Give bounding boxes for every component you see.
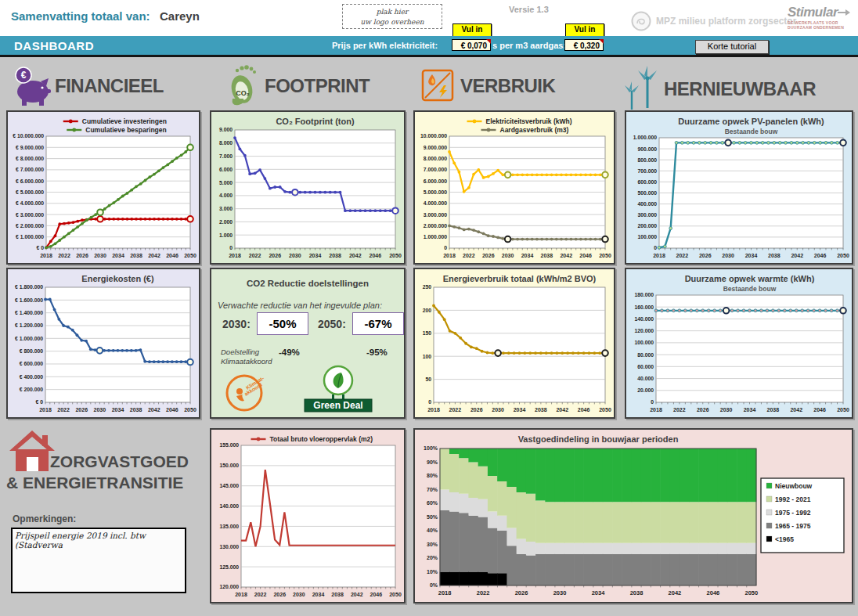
svg-text:600.000: 600.000 bbox=[637, 179, 657, 185]
chart-canvas: CO₂ Footprint (ton)01.0002.0003.0004.000… bbox=[213, 113, 402, 261]
svg-text:2050: 2050 bbox=[599, 407, 611, 412]
svg-text:2042: 2042 bbox=[791, 253, 803, 258]
svg-text:2018: 2018 bbox=[235, 592, 247, 597]
svg-text:€ 10.000.000: € 10.000.000 bbox=[13, 133, 44, 139]
price-elec-input[interactable]: € 0,070 bbox=[452, 39, 491, 51]
svg-text:€ 800.000: € 800.000 bbox=[20, 348, 43, 354]
svg-text:10%: 10% bbox=[427, 569, 438, 575]
svg-text:0: 0 bbox=[654, 245, 657, 250]
svg-text:2022: 2022 bbox=[676, 253, 689, 258]
house-icon bbox=[9, 429, 55, 473]
svg-text:100%: 100% bbox=[424, 445, 438, 451]
svg-text:0: 0 bbox=[229, 245, 233, 250]
svg-text:2034: 2034 bbox=[592, 589, 606, 596]
svg-text:Cumulatieve besparingen: Cumulatieve besparingen bbox=[85, 126, 166, 134]
svg-text:€ 200.000: € 200.000 bbox=[20, 387, 43, 392]
svg-text:2026: 2026 bbox=[482, 253, 495, 258]
svg-text:Bestaande bouw: Bestaande bouw bbox=[723, 285, 777, 293]
chart-fin-cumulative: Cumulatieve investeringenCumulatieve bes… bbox=[9, 113, 197, 261]
svg-text:2042: 2042 bbox=[351, 592, 363, 597]
panel-energieverbruik-m2: Energieverbruik totaal (kWh/m2 BVO)05010… bbox=[413, 268, 615, 419]
svg-text:2030: 2030 bbox=[94, 253, 106, 258]
stimular-logo-text: Stimular bbox=[788, 5, 838, 20]
svg-text:180.000: 180.000 bbox=[634, 292, 654, 297]
logo-placeholder-line2: uw logo overheen bbox=[343, 17, 442, 27]
svg-text:2046: 2046 bbox=[166, 253, 178, 258]
svg-text:5.000: 5.000 bbox=[219, 180, 233, 186]
svg-text:2038: 2038 bbox=[630, 589, 644, 596]
svg-text:40%: 40% bbox=[427, 528, 438, 533]
svg-text:2018: 2018 bbox=[427, 407, 440, 412]
stimular-arrow-icon bbox=[838, 9, 850, 16]
zorgvastgoed-title-line2: & ENERGIETRANSITIE bbox=[6, 474, 183, 492]
svg-text:2050: 2050 bbox=[389, 592, 402, 597]
svg-text:2026: 2026 bbox=[515, 589, 528, 596]
chart-energieverbruik-m2: Energieverbruik totaal (kWh/m2 BVO)05010… bbox=[416, 271, 612, 416]
svg-text:€: € bbox=[21, 70, 27, 81]
vul-in-button-gas[interactable]: Vul in bbox=[565, 23, 604, 37]
svg-text:2042: 2042 bbox=[148, 407, 160, 412]
svg-text:1.000.000: 1.000.000 bbox=[633, 135, 657, 140]
svg-text:40.000: 40.000 bbox=[637, 376, 654, 381]
svg-text:2022: 2022 bbox=[58, 253, 70, 258]
svg-text:2026: 2026 bbox=[269, 253, 281, 258]
svg-text:Aardgasverbruik (m3): Aardgasverbruik (m3) bbox=[500, 126, 569, 134]
svg-text:2050: 2050 bbox=[184, 253, 196, 258]
svg-text:6.000: 6.000 bbox=[219, 167, 233, 172]
svg-text:€ 9.000.000: € 9.000.000 bbox=[16, 145, 44, 150]
svg-text:2050: 2050 bbox=[599, 253, 611, 258]
chart-bvo: Totaal bruto vloeroppervlak (m2)120.0001… bbox=[213, 431, 402, 600]
svg-text:1.000.000: 1.000.000 bbox=[424, 234, 447, 240]
vul-in-button-elec[interactable]: Vul in bbox=[452, 23, 492, 37]
summary-label: Samenvatting totaal van: bbox=[11, 9, 150, 23]
price-gas-input[interactable]: € 0,320 bbox=[564, 39, 604, 51]
svg-text:130.000: 130.000 bbox=[219, 544, 239, 549]
green-deal-logo-icon: Green Deal bbox=[299, 363, 377, 415]
svg-text:2022: 2022 bbox=[57, 407, 70, 412]
chart-vastgoed: Vastgoedindeling in bouwjaar perioden0%1… bbox=[416, 431, 850, 600]
price-gas-label: s per m3 aardgas: bbox=[492, 41, 566, 50]
svg-text:80.000: 80.000 bbox=[637, 352, 654, 358]
chart-verbruik: Elektriciteitsverbruik (kWh)Aardgasverbr… bbox=[416, 113, 612, 261]
svg-text:Vastgoedindeling in bouwjaar p: Vastgoedindeling in bouwjaar perioden bbox=[518, 434, 679, 444]
svg-text:2038: 2038 bbox=[130, 407, 142, 412]
company-name: Careyn bbox=[160, 9, 200, 23]
svg-text:3.000.000: 3.000.000 bbox=[424, 212, 447, 218]
svg-text:200.000: 200.000 bbox=[637, 223, 657, 229]
svg-text:125.000: 125.000 bbox=[219, 564, 239, 570]
reduction-year1-value[interactable]: -50% bbox=[257, 312, 308, 335]
svg-text:2038: 2038 bbox=[329, 253, 341, 258]
svg-text:€ 3.000.000: € 3.000.000 bbox=[16, 212, 44, 218]
svg-text:2.000: 2.000 bbox=[219, 219, 233, 225]
svg-text:CO₂: CO₂ bbox=[236, 89, 250, 97]
svg-text:€ 1.600.000: € 1.600.000 bbox=[15, 297, 43, 303]
svg-text:€ 8.000.000: € 8.000.000 bbox=[16, 156, 44, 161]
reduction-goal-label: Doelstelling Klimaatakkoord bbox=[221, 348, 272, 366]
svg-text:8.000.000: 8.000.000 bbox=[424, 156, 447, 161]
svg-text:400.000: 400.000 bbox=[637, 201, 657, 207]
panel-vloeroppervlak: Totaal bruto vloeroppervlak (m2)120.0001… bbox=[210, 428, 406, 603]
logo-placeholder[interactable]: plak hier uw logo overheen bbox=[342, 4, 442, 29]
svg-text:6.000.000: 6.000.000 bbox=[424, 178, 447, 184]
chart-canvas: Cumulatieve investeringenCumulatieve bes… bbox=[9, 113, 197, 261]
svg-text:2034: 2034 bbox=[312, 592, 325, 597]
svg-text:0: 0 bbox=[651, 399, 654, 405]
logo-placeholder-line1: plak hier bbox=[343, 7, 442, 17]
svg-text:2038: 2038 bbox=[130, 253, 142, 258]
opmerkingen-box[interactable]: Prijspeil energie 2019 incl. btw (Stadve… bbox=[11, 528, 186, 593]
mpz-swirl-icon bbox=[631, 11, 651, 31]
svg-text:0: 0 bbox=[428, 399, 431, 405]
reduction-title: CO2 Reductie doelstellingen bbox=[211, 279, 404, 288]
svg-text:160.000: 160.000 bbox=[634, 304, 654, 310]
svg-text:Energiekosten (€): Energiekosten (€) bbox=[81, 274, 154, 283]
svg-text:2042: 2042 bbox=[669, 589, 682, 596]
chart-canvas: Energiekosten (€)€ 0€ 200.000€ 400.000€ … bbox=[9, 271, 197, 416]
zorgvastgoed-title-line1: ZORGVASTGOED bbox=[50, 452, 189, 471]
svg-text:2034: 2034 bbox=[521, 253, 534, 258]
reduction-year2-value[interactable]: -67% bbox=[352, 312, 404, 335]
svg-text:9.000: 9.000 bbox=[219, 127, 233, 132]
svg-text:2038: 2038 bbox=[535, 407, 547, 412]
tutorial-button[interactable]: Korte tutorial bbox=[695, 40, 769, 54]
svg-text:2018: 2018 bbox=[229, 253, 241, 258]
svg-text:2034: 2034 bbox=[112, 253, 124, 258]
